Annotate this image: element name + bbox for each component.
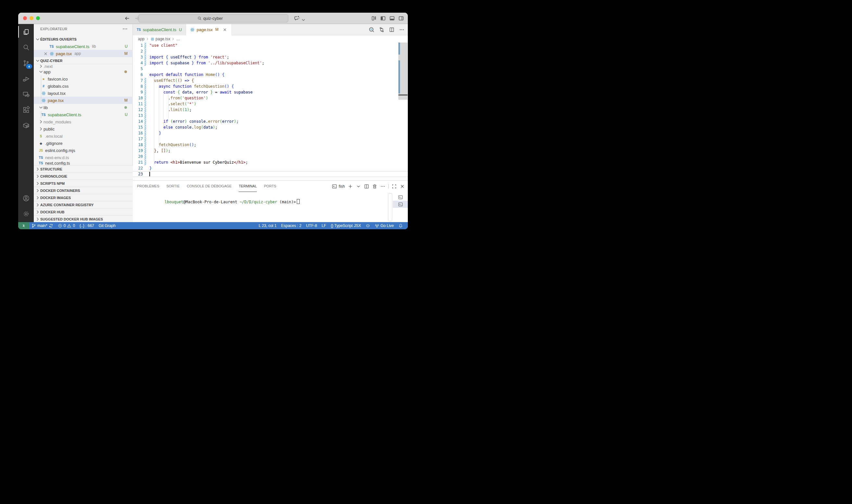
- tree-section-QUIZ-CYBER[interactable]: QUIZ-CYBER: [34, 57, 133, 64]
- search-input[interactable]: [203, 16, 229, 21]
- status-notifications[interactable]: [396, 222, 405, 229]
- code-line-19[interactable]: 19 }, []);: [133, 148, 408, 154]
- activity-bar-source-control[interactable]: 4: [18, 55, 34, 71]
- breadcrumb[interactable]: apppage.tsx…: [133, 35, 408, 42]
- code-editor[interactable]: 1 "use client" 2 3 import { useEffect } …: [133, 42, 408, 180]
- toggle-primary-sidebar-icon[interactable]: [380, 16, 386, 21]
- activity-bar-settings[interactable]: [18, 206, 34, 221]
- panel-scrollbar[interactable]: [388, 193, 392, 221]
- code-line-15[interactable]: 15 else console.log(data);: [133, 124, 408, 130]
- status-branch[interactable]: main*: [29, 222, 56, 229]
- code-line-5[interactable]: 5: [133, 66, 408, 72]
- new-terminal-icon[interactable]: [348, 184, 353, 189]
- file-row-favicon.ico[interactable]: ★favicon.ico: [34, 75, 133, 83]
- code-line-4[interactable]: 4 import { supabase } from '../lib/supab…: [133, 60, 408, 66]
- tree-section-DOCKER IMAGES[interactable]: DOCKER IMAGES: [34, 194, 133, 201]
- terminal-prompt[interactable]: lbouquet@MacBook-Pro-de-Laurent ~/D/D/qu…: [137, 195, 300, 209]
- status-cursor-position[interactable]: L 23, col 1: [256, 222, 279, 229]
- terminal-2[interactable]: [393, 201, 408, 208]
- status-eol[interactable]: LF: [319, 222, 328, 229]
- open-changes-icon[interactable]: [379, 27, 384, 33]
- terminal-1[interactable]: [393, 194, 408, 201]
- file-row-.env.local[interactable]: $.env.local: [34, 132, 133, 140]
- panel-tab-PROBLÈMES[interactable]: PROBLÈMES: [137, 181, 159, 192]
- status-go-live[interactable]: Go Live: [373, 222, 396, 229]
- file-row-layout.tsx[interactable]: layout.tsx: [34, 90, 133, 97]
- editor-row-page.tsx[interactable]: page.tsxappM: [34, 50, 133, 57]
- minimize-window-button[interactable]: [30, 16, 33, 20]
- tree-section-SCRIPTS NPM[interactable]: SCRIPTS NPM: [34, 180, 133, 187]
- file-row-next-env.d.ts[interactable]: TSnext-env.d.ts: [34, 154, 133, 161]
- code-line-2[interactable]: 2: [133, 48, 408, 54]
- folder-row-lib[interactable]: lib: [34, 104, 133, 111]
- close-icon[interactable]: [43, 51, 48, 56]
- breadcrumb-item[interactable]: app: [138, 37, 144, 41]
- toggle-secondary-sidebar-icon[interactable]: [398, 16, 404, 21]
- status-copilot[interactable]: [363, 222, 373, 229]
- code-line-12[interactable]: 12 .limit(1);: [133, 107, 408, 113]
- split-editor-icon[interactable]: [389, 27, 395, 33]
- close-panel-icon[interactable]: [400, 184, 405, 189]
- launch-profile[interactable]: fish: [332, 184, 345, 189]
- more-actions-icon[interactable]: [380, 184, 385, 189]
- close-window-button[interactable]: [23, 16, 27, 20]
- code-line-6[interactable]: 6 export default function Home() {: [133, 72, 408, 78]
- folder-row-node_modules[interactable]: node_modules: [34, 118, 133, 125]
- editor-scrollbar[interactable]: [398, 42, 408, 180]
- panel-tab-PORTS[interactable]: PORTS: [264, 181, 276, 192]
- tree-section-STRUCTURE[interactable]: STRUCTURE: [34, 165, 133, 173]
- activity-bar-remote-explorer[interactable]: [18, 86, 34, 102]
- file-row-page.tsx[interactable]: page.tsxM: [34, 97, 133, 104]
- code-line-9[interactable]: 9 const { data, error } = await supabase: [133, 89, 408, 95]
- activity-bar-accounts[interactable]: [18, 190, 34, 206]
- folder-row-.next[interactable]: .next: [34, 64, 133, 68]
- code-line-8[interactable]: 8 async function fetchQuestion() {: [133, 84, 408, 89]
- terminal-content[interactable]: lbouquet@MacBook-Pro-de-Laurent ~/D/D/qu…: [133, 192, 408, 222]
- file-row-supabaseClient.ts[interactable]: TSsupabaseClient.tsU: [34, 111, 133, 118]
- status-indentation[interactable]: Espaces : 2: [279, 222, 304, 229]
- file-row-.gitignore[interactable]: ◆.gitignore: [34, 140, 133, 147]
- code-line-16[interactable]: 16 }: [133, 130, 408, 136]
- navigate-back-button[interactable]: [124, 16, 130, 21]
- code-line-20[interactable]: 20: [133, 154, 408, 159]
- status-bracket-counter[interactable]: {..} : 667: [77, 222, 96, 229]
- editor-row-supabaseClient.ts[interactable]: TSsupabaseClient.tslibU: [34, 43, 133, 50]
- zoom-window-button[interactable]: [36, 16, 40, 20]
- copilot-dropdown-chevron-icon[interactable]: [302, 17, 305, 20]
- activity-bar-extensions[interactable]: [18, 102, 34, 118]
- panel-tab-SORTIE[interactable]: SORTIE: [166, 181, 180, 192]
- command-center-search[interactable]: [138, 14, 288, 22]
- kill-terminal-icon[interactable]: [372, 184, 377, 189]
- breadcrumb-item[interactable]: page.tsx: [156, 37, 170, 41]
- folder-row-public[interactable]: public: [34, 125, 133, 132]
- file-row-globals.css[interactable]: #globals.css: [34, 83, 133, 90]
- code-line-10[interactable]: 10 .from('question'): [133, 95, 408, 101]
- code-line-13[interactable]: 13: [133, 113, 408, 119]
- close-icon[interactable]: [222, 27, 228, 32]
- file-row-eslint.config.mjs[interactable]: JSeslint.config.mjs: [34, 147, 133, 154]
- tree-section-DOCKER CONTAINERS[interactable]: DOCKER CONTAINERS: [34, 187, 133, 194]
- split-terminal-icon[interactable]: [364, 184, 369, 189]
- remote-indicator[interactable]: [18, 222, 29, 229]
- copilot-chat-icon[interactable]: [294, 15, 300, 21]
- code-line-23[interactable]: 23: [133, 171, 408, 177]
- activity-bar-docker[interactable]: [18, 118, 34, 133]
- search-editor-icon[interactable]: [369, 27, 374, 33]
- activity-bar-search[interactable]: [18, 40, 34, 55]
- explorer-more-actions-icon[interactable]: [122, 26, 128, 32]
- toggle-panel-icon[interactable]: [389, 16, 395, 21]
- code-line-21[interactable]: 21 return <h1>Bienvenue sur CyberQuiz</h…: [133, 159, 408, 165]
- code-line-11[interactable]: 11 .select('*'): [133, 101, 408, 107]
- code-line-14[interactable]: 14 if (error) console.error(error);: [133, 119, 408, 124]
- terminal-dropdown-icon[interactable]: [356, 184, 361, 189]
- tree-section-SUGGESTED DOCKER HUB IMAGES[interactable]: SUGGESTED DOCKER HUB IMAGES: [34, 215, 133, 222]
- code-line-22[interactable]: 22 }: [133, 165, 408, 171]
- status-problems[interactable]: 0 0: [56, 222, 77, 229]
- editor-tab-page.tsx[interactable]: page.tsx M: [186, 24, 232, 35]
- customize-layout-icon[interactable]: [371, 16, 377, 21]
- tree-section-AZURE CONTAINER REGISTRY[interactable]: AZURE CONTAINER REGISTRY: [34, 201, 133, 208]
- tree-section-ÉDITEURS OUVERTS[interactable]: ÉDITEURS OUVERTS: [34, 36, 133, 43]
- status-language-mode[interactable]: {} TypeScript JSX: [328, 222, 363, 229]
- breadcrumb-item[interactable]: …: [176, 37, 180, 41]
- code-line-17[interactable]: 17: [133, 136, 408, 142]
